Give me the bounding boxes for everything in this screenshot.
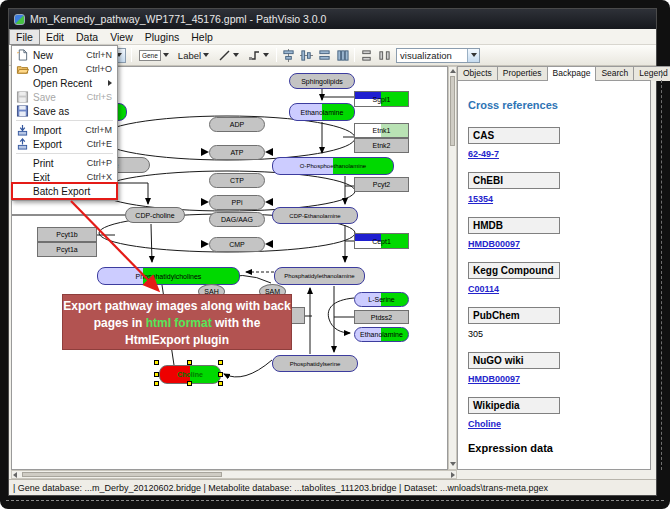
common-width-button[interactable] — [318, 49, 331, 62]
value-pubchem: 305 — [468, 329, 640, 339]
save-icon — [16, 91, 29, 103]
selection-handle[interactable] — [218, 381, 223, 386]
menu-data[interactable]: Data — [70, 30, 104, 44]
menu-item-new[interactable]: NewCtrl+N — [13, 48, 116, 62]
node-ptdss2[interactable]: Ptdss2 — [354, 310, 409, 324]
selection-handle[interactable] — [218, 360, 223, 365]
node-pcyt1b[interactable]: Pcyt1b — [37, 227, 97, 242]
menu-item-exit[interactable]: ExitCtrl+X — [13, 170, 116, 184]
node-dag-aag[interactable]: DAG/AAG — [209, 212, 265, 227]
node-ethanolamine[interactable]: Ethanolamine — [289, 103, 355, 121]
node-o-phosphoethanolamine[interactable]: O-Phosphoethanolamine — [272, 157, 394, 175]
title-bar[interactable]: Mm_Kennedy_pathway_WP1771_45176.gpml - P… — [9, 9, 656, 29]
align-center-y-button[interactable] — [300, 49, 313, 62]
menu-item-open-recent[interactable]: Open Recent — [13, 76, 116, 90]
link-wikipedia[interactable]: Choline — [468, 419, 640, 429]
node-atp[interactable]: ATP — [209, 145, 265, 160]
selection-handle[interactable] — [154, 360, 159, 365]
node-sphingolipids[interactable]: Sphingolipids — [289, 73, 355, 89]
align-center-x-button[interactable] — [282, 49, 295, 62]
line-tool-button[interactable] — [216, 48, 241, 63]
selection-handle[interactable] — [154, 372, 159, 377]
node-cdp-choline[interactable]: CDP-choline — [125, 207, 185, 223]
common-height-button[interactable] — [336, 49, 349, 62]
tab-objects[interactable]: Objects — [457, 66, 498, 81]
scroll-left-icon[interactable] — [13, 472, 17, 478]
menu-bar: File Edit Data View Plugins Help — [9, 29, 656, 45]
import-icon — [16, 124, 29, 136]
file-menu-dropdown: NewCtrl+N OpenCtrl+O Open Recent SaveCtr… — [11, 45, 118, 201]
menu-item-batch-export[interactable]: Batch Export — [13, 184, 116, 198]
link-nugo[interactable]: HMDB00097 — [468, 374, 640, 384]
node-pcyt2[interactable]: Pcyt2 — [354, 177, 409, 192]
gene-node-icon: Gene — [139, 50, 161, 61]
node-phosphatidylcholines[interactable]: Phosphatidylcholines — [97, 267, 240, 285]
selection-handle[interactable] — [187, 360, 192, 365]
menu-file[interactable]: File — [9, 29, 40, 45]
chevron-down-icon — [163, 53, 169, 57]
expression-data-header: Expression data — [468, 442, 640, 454]
visualization-dropdown-icon[interactable] — [467, 49, 479, 62]
pathvisio-window: Mm_Kennedy_pathway_WP1771_45176.gpml - P… — [8, 8, 657, 496]
menu-item-save-as[interactable]: Save as — [13, 104, 116, 118]
empty-icon-slot — [16, 77, 29, 89]
sidebar-tabs: Objects Properties Backpage Search Legen… — [457, 66, 654, 81]
vertical-scroll-thumb[interactable] — [450, 76, 455, 146]
node-ethanolamine-lower[interactable]: Ethanolamine — [354, 327, 409, 342]
menu-help[interactable]: Help — [185, 30, 219, 44]
link-kegg[interactable]: C00114 — [468, 284, 640, 294]
annotation-line1: Export pathway images along with back — [63, 298, 291, 315]
link-chebi[interactable]: 15354 — [468, 194, 640, 204]
node-cmp[interactable]: CMP — [209, 237, 265, 252]
tab-properties[interactable]: Properties — [497, 66, 548, 81]
visualization-combobox[interactable]: visualization — [396, 48, 480, 63]
toolbar-separator — [131, 48, 132, 62]
canvas-horizontal-scrollbar[interactable] — [11, 470, 457, 479]
menu-edit[interactable]: Edit — [40, 30, 70, 44]
menu-item-import[interactable]: ImportCtrl+M — [13, 123, 116, 137]
node-etnk2[interactable]: Etnk2 — [354, 138, 409, 153]
canvas-vertical-scrollbar[interactable] — [448, 66, 457, 470]
stack-horizontal-button[interactable] — [378, 49, 391, 62]
horizontal-scroll-thumb[interactable] — [22, 472, 222, 477]
node-ctp[interactable]: CTP — [209, 173, 265, 188]
datanode-tool-button[interactable]: Gene — [137, 49, 171, 62]
label-tool-text: Label — [178, 50, 201, 61]
connector-tool-button[interactable] — [246, 48, 271, 63]
link-cas[interactable]: 62-49-7 — [468, 149, 640, 159]
menu-plugins[interactable]: Plugins — [139, 30, 185, 44]
scroll-right-icon[interactable] — [451, 472, 455, 478]
menu-item-export[interactable]: ExportCtrl+E — [13, 137, 116, 151]
selection-handle[interactable] — [187, 381, 192, 386]
node-etnk1[interactable]: Etnk1 — [354, 123, 409, 138]
label-tool-button[interactable]: Label — [176, 49, 211, 62]
connector-icon — [248, 49, 261, 62]
section-header-chebi: ChEBI — [468, 172, 560, 189]
node-phosphatidylserine[interactable]: Phosphatidylserine — [272, 355, 358, 372]
submenu-arrow-icon — [108, 80, 112, 86]
menu-item-print[interactable]: PrintCtrl+P — [13, 156, 116, 170]
stack-vertical-button[interactable] — [360, 49, 373, 62]
tab-search[interactable]: Search — [595, 66, 634, 81]
node-ppi[interactable]: PPi — [209, 195, 265, 210]
selection-handle[interactable] — [154, 381, 159, 386]
tab-legend[interactable]: Legend — [633, 66, 670, 81]
toolbar-separator — [354, 48, 355, 62]
node-phosphatidylethanolamine[interactable]: Phosphatidylethanolamine — [274, 267, 365, 285]
menu-view[interactable]: View — [104, 30, 139, 44]
tab-backpage[interactable]: Backpage — [547, 66, 597, 81]
node-l-serine[interactable]: L-Serine — [354, 292, 409, 307]
save-as-icon — [16, 105, 29, 117]
node-cdp-ethanolamine[interactable]: CDP-Ethanolamine — [272, 207, 358, 224]
link-hmdb[interactable]: HMDB00097 — [468, 239, 640, 249]
selection-handle[interactable] — [218, 372, 223, 377]
chevron-down-icon — [233, 53, 239, 57]
node-adp[interactable]: ADP — [209, 117, 265, 132]
node-cept1[interactable]: Cept1 — [354, 233, 409, 249]
node-sgpl1[interactable]: Sgpl1 — [354, 91, 409, 107]
scroll-down-icon[interactable] — [450, 462, 456, 466]
menu-item-open[interactable]: OpenCtrl+O — [13, 62, 116, 76]
node-pcyt1a[interactable]: Pcyt1a — [37, 242, 97, 257]
scroll-up-icon[interactable] — [450, 69, 456, 73]
menu-item-save[interactable]: SaveCtrl+S — [13, 90, 116, 104]
